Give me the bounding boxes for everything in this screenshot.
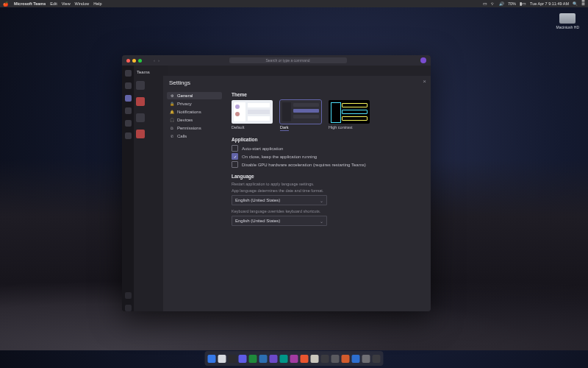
dock-app-icon[interactable] <box>352 355 360 363</box>
dock-app-icon[interactable] <box>301 355 309 363</box>
theme-option-high-contrast[interactable]: High contrast <box>329 100 370 131</box>
settings-panel: Settings × ⚙ General 🔒 Privacy 🔔 Notific… <box>163 76 431 311</box>
dock-app-icon[interactable] <box>280 355 288 363</box>
rail-activity-icon[interactable] <box>125 70 132 77</box>
menubar-item-view[interactable]: View <box>62 1 71 6</box>
settings-nav-privacy[interactable]: 🔒 Privacy <box>167 100 222 107</box>
dock-app-icon[interactable] <box>259 355 268 363</box>
phone-icon: ✆ <box>170 134 174 138</box>
desktop-drive[interactable]: Macintosh HD <box>556 13 579 29</box>
settings-nav-label: Privacy <box>177 102 192 106</box>
settings-nav-permissions[interactable]: ⧉ Permissions <box>167 124 222 132</box>
disable-gpu-checkbox[interactable] <box>232 161 238 168</box>
titlebar[interactable]: ‹ › Search or type a command <box>122 55 431 66</box>
settings-nav-label: Notifications <box>177 110 201 114</box>
dock-app-icon[interactable] <box>311 355 319 363</box>
back-icon[interactable]: ‹ <box>154 58 155 63</box>
wifi-icon[interactable]: ᯤ <box>491 1 495 6</box>
dock-app-icon[interactable] <box>342 355 350 363</box>
rail-apps-icon[interactable] <box>125 292 132 299</box>
menubar-clock[interactable]: Tue Apr 7 9:11:49 AM <box>530 1 569 6</box>
menubar-item-help[interactable]: Help <box>93 1 101 6</box>
airplay-icon[interactable]: ▭ <box>483 1 487 6</box>
teams-window: ‹ › Search or type a command Teams <box>122 55 431 311</box>
rail-help-icon[interactable] <box>125 305 132 311</box>
language-heading: Language <box>232 174 422 179</box>
dock-app-icon[interactable] <box>249 355 257 363</box>
team-item[interactable] <box>136 93 165 110</box>
volume-icon[interactable]: 🔊 <box>499 1 504 6</box>
command-search[interactable]: Search or type a command <box>229 57 347 63</box>
spotlight-icon[interactable]: 🔍 <box>573 1 578 6</box>
theme-label: High contrast <box>329 125 370 130</box>
chevron-down-icon: ⌄ <box>320 219 323 224</box>
auto-start-checkbox[interactable] <box>232 145 238 152</box>
dock-app-icon[interactable] <box>321 355 329 363</box>
auto-start-row: Auto-start application <box>232 145 422 152</box>
menubar-item-edit[interactable]: Edit <box>50 1 57 6</box>
dock-app-icon[interactable] <box>239 355 247 363</box>
app-language-select[interactable]: English (United States) ⌄ <box>232 195 327 205</box>
settings-nav-label: Permissions <box>177 126 201 130</box>
control-center-icon[interactable]: ≣ <box>581 1 585 6</box>
rail-files-icon[interactable] <box>125 132 132 139</box>
rail-teams-icon[interactable] <box>125 95 132 102</box>
apple-menu-icon[interactable]: 🍎 <box>3 1 8 7</box>
zoom-traffic-light[interactable] <box>138 59 142 63</box>
menubar-app-name[interactable]: Microsoft Teams <box>14 1 46 6</box>
keyboard-language-value: English (United States) <box>235 219 280 223</box>
gear-icon: ⚙ <box>170 93 174 98</box>
theme-option-dark[interactable]: Dark <box>280 100 321 131</box>
keep-running-checkbox[interactable]: ✓ <box>232 153 238 160</box>
team-avatar-icon <box>136 113 145 122</box>
mac-menubar: 🍎 Microsoft Teams Edit View Window Help … <box>0 0 588 7</box>
minimize-traffic-light[interactable] <box>132 59 136 63</box>
nav-arrows: ‹ › <box>154 58 159 63</box>
settings-nav-label: Devices <box>177 118 193 122</box>
language-restart-hint: Restart application to apply language se… <box>232 182 422 186</box>
settings-nav-label: Calls <box>177 134 187 138</box>
team-avatar-icon <box>136 130 145 138</box>
headset-icon: 🎧 <box>170 118 174 122</box>
settings-nav-calls[interactable]: ✆ Calls <box>167 132 222 140</box>
dock-app-icon[interactable] <box>331 355 340 363</box>
theme-label: Default <box>232 125 273 130</box>
theme-label: Dark <box>280 125 289 131</box>
team-avatar-icon <box>136 97 145 106</box>
keyboard-language-hint: Keyboard language overrides keyboard sho… <box>232 209 422 213</box>
settings-nav-general[interactable]: ⚙ General <box>167 92 222 99</box>
dock-app-icon[interactable] <box>208 355 216 363</box>
menubar-item-window[interactable]: Window <box>75 1 90 6</box>
team-item[interactable] <box>136 77 165 93</box>
battery-percent[interactable]: 70% <box>508 1 516 6</box>
dock[interactable] <box>205 351 384 366</box>
keyboard-language-select[interactable]: English (United States) ⌄ <box>232 216 327 226</box>
close-traffic-light[interactable] <box>126 59 130 63</box>
dock-app-icon[interactable] <box>270 355 278 363</box>
theme-option-default[interactable]: Default <box>232 100 273 131</box>
profile-avatar[interactable] <box>420 57 426 63</box>
lock-icon: 🔒 <box>170 102 174 106</box>
teams-list-header: Teams <box>137 70 165 74</box>
team-item[interactable] <box>136 126 165 142</box>
bell-icon: 🔔 <box>170 110 174 114</box>
settings-nav-notifications[interactable]: 🔔 Notifications <box>167 108 222 116</box>
keep-running-label: On close, keep the application running <box>242 155 317 159</box>
dock-app-icon[interactable] <box>362 355 370 363</box>
dock-app-icon[interactable] <box>290 355 298 363</box>
dock-app-icon[interactable] <box>229 355 237 363</box>
battery-icon[interactable]: ▮▭ <box>520 1 526 6</box>
theme-thumb-hc <box>329 100 370 124</box>
rail-calendar-icon[interactable] <box>125 107 132 114</box>
rail-calls-icon[interactable] <box>125 120 132 127</box>
disable-gpu-row: Disable GPU hardware acceleration (requi… <box>232 161 422 168</box>
team-item[interactable] <box>136 110 165 126</box>
drive-icon <box>559 13 576 24</box>
forward-icon[interactable]: › <box>158 58 159 63</box>
close-icon[interactable]: × <box>423 79 426 85</box>
settings-nav-devices[interactable]: 🎧 Devices <box>167 116 222 124</box>
rail-chat-icon[interactable] <box>125 82 132 89</box>
dock-app-icon[interactable] <box>373 355 381 363</box>
team-avatar-icon <box>136 81 145 90</box>
dock-app-icon[interactable] <box>218 355 226 363</box>
